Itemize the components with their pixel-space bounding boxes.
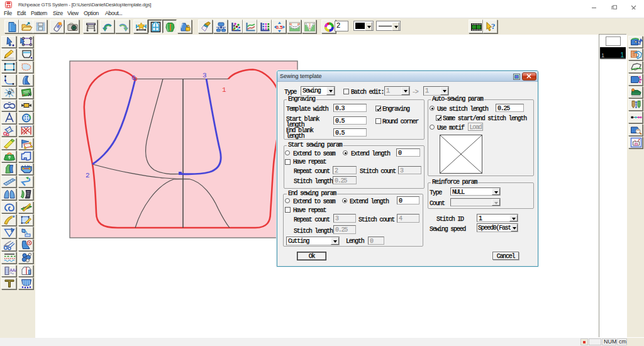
- svg-text:0.5: 0.5: [275, 25, 283, 30]
- svg-text:AAA: AAA: [10, 268, 17, 273]
- svg-text:2: 2: [86, 172, 90, 179]
- svg-text:0: 0: [131, 74, 136, 82]
- svg-text:?: ?: [491, 21, 496, 31]
- svg-text:1: 1: [222, 86, 226, 94]
- svg-text:3: 3: [203, 72, 207, 79]
